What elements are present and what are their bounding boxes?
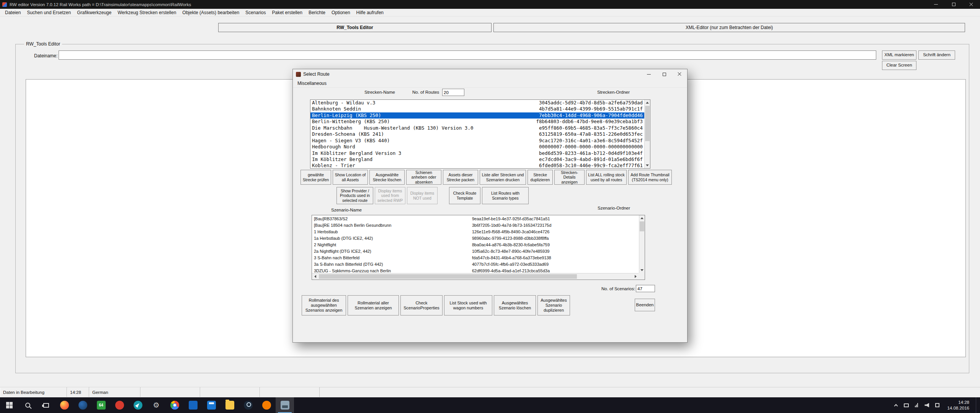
maximize-button[interactable] (945, 0, 962, 9)
route-action-button[interactable]: Display items NOT used (407, 187, 438, 204)
Altenburg - Wildau v.3[interactable]: Altenburg - Wildau v.3 3045addc-5d92-4b7… (310, 100, 650, 106)
change-font-button[interactable]: Schrift ändern (918, 50, 955, 60)
scenario-list-hscrollbar[interactable] (312, 273, 639, 280)
scroll-up-icon[interactable] (639, 215, 645, 221)
menu-item[interactable]: Objekte (Assets) bearbeiten (179, 9, 242, 16)
menu-item[interactable]: Suchen und Ersetzen (24, 9, 74, 16)
3DZUG - Sgkkmms-Ganzzug nach Berlin[interactable]: 3DZUG - Sgkkmms-Ganzzug nach Berlin 62df… (312, 268, 639, 273)
menu-item[interactable]: Berichte (305, 9, 328, 16)
route-action-button[interactable]: Assets dieser Strecke packen (443, 170, 478, 185)
compass-browser-icon[interactable] (129, 397, 147, 413)
scroll-left-icon[interactable] (312, 273, 318, 280)
scroll-thumb[interactable] (319, 274, 577, 279)
menu-item[interactable]: Dateien (2, 9, 24, 16)
route-action-button[interactable]: Liste aller Strecken und Szenarien druck… (480, 170, 526, 185)
scroll-right-icon[interactable] (632, 273, 639, 280)
filename-input[interactable] (59, 50, 876, 60)
route-list-scrollbar[interactable] (644, 100, 650, 168)
scenario-action-button[interactable]: Ausgewähltes Szenario löschen (494, 295, 536, 315)
menu-item[interactable]: Optionen (328, 9, 353, 16)
blue-app-icon[interactable] (184, 397, 202, 413)
route-action-button[interactable]: Display items used from selected RWP (375, 187, 405, 204)
scenario-list-vscrollbar[interactable] (639, 215, 645, 273)
beenden-button[interactable]: Beenden (635, 299, 655, 311)
no-of-scenarios-input[interactable] (636, 285, 655, 292)
edge-browser-icon[interactable] (74, 397, 92, 413)
menu-item[interactable]: Scenarios (242, 9, 269, 16)
route-action-button[interactable]: Show Provider / Products used in selecte… (336, 187, 373, 204)
scenario-action-button[interactable]: Rollmaterial des ausgewählten Szenarios … (302, 295, 346, 315)
minimize-button[interactable] (927, 0, 945, 9)
[Bau]RE 18504 nach Berlin Gesundbrunn[interactable]: [Bau]RE 18504 nach Berlin Gesundbrunn 3b… (312, 222, 639, 229)
dialog-maximize-button[interactable] (657, 69, 672, 79)
scroll-down-icon[interactable] (639, 267, 645, 273)
route-action-button[interactable]: Ausgewählte Strecke löschen (369, 170, 405, 185)
x64-app-icon[interactable]: 64 (92, 397, 110, 413)
menu-item[interactable]: Paket erstellen (269, 9, 305, 16)
chrome-icon[interactable] (165, 397, 184, 413)
clear-screen-button[interactable]: Clear Screen (882, 61, 916, 70)
3 S-Bahn nach Bitterfeld[interactable]: 3 S-Bahn nach Bitterfeld fda547cb-8431-4… (312, 255, 639, 261)
menu-item[interactable]: Grafikwerkzeuge (74, 9, 114, 16)
menu-item[interactable]: Werkzeug Strecken erstellen (114, 9, 179, 16)
close-button[interactable] (962, 0, 980, 9)
Koblenz - Trier[interactable]: Koblenz - Trier 6fded058-3c10-446e-99c9-… (310, 163, 650, 169)
scenario-action-button[interactable]: Ausgewähltes Szenario duplizieren (537, 295, 570, 315)
route-action-button[interactable]: Add Route Thumbnail (TS2014 menu only) (628, 170, 672, 185)
railworks-train-icon[interactable] (276, 397, 294, 413)
route-action-button[interactable]: Schienen anheben oder absenken (406, 170, 441, 185)
scenario-list[interactable]: [Bau]RB37863/S2 9eaa19ef-be19-4e37-925f-… (312, 215, 645, 280)
dialog-titlebar[interactable]: Select Route (293, 69, 687, 79)
2a Nightflight (DTG ICE2, 442)[interactable]: 2a Nightflight (DTG ICE2, 442) 10f5a62c-… (312, 248, 639, 255)
Die Marschbahn Husum-Westerland (KBS 130) Version 3.0[interactable]: Die Marschbahn Husum-Westerland (KBS 130… (310, 125, 650, 131)
Hagen - Siegen V3 (KBS 440)[interactable]: Hagen - Siegen V3 (KBS 440) 9cac1720-316… (310, 138, 650, 144)
scenario-action-button[interactable]: List Stock used with wagon numbers (444, 295, 492, 315)
route-action-button[interactable]: Show Location of all Assets (333, 170, 368, 185)
tray-chevron-up-icon[interactable] (892, 401, 899, 410)
scroll-up-icon[interactable] (645, 100, 650, 106)
Berlin-Leipzig (KBS 250)[interactable]: Berlin-Leipzig (KBS 250) 7ebb30c4-14dd-4… (310, 112, 650, 119)
2 Nightflight[interactable]: 2 Nightflight 8ba0ac44-a876-4b3b-8230-fc… (312, 242, 639, 248)
[Bau]RB37863/S2[interactable]: [Bau]RB37863/S2 9eaa19ef-be19-4e37-925f-… (312, 216, 639, 222)
taskbar-search-button[interactable] (18, 397, 37, 413)
route-action-button[interactable]: List ALL rolling stock used by all route… (586, 170, 627, 185)
tab[interactable]: XML-Editor (nur zum Betrachten der Datei… (493, 23, 965, 32)
route-action-button[interactable]: Check Route Template (449, 187, 480, 204)
dialog-minimize-button[interactable] (641, 69, 657, 79)
tray-volume-icon[interactable] (923, 401, 930, 410)
settings-gear-icon[interactable]: ⚙ (147, 397, 165, 413)
3a S-Bahn nach Bitterfeld (DTG 442)[interactable]: 3a S-Bahn nach Bitterfeld (DTG 442) 4077… (312, 261, 639, 268)
scroll-thumb[interactable] (645, 106, 650, 141)
route-action-button[interactable]: Strecke duplizieren (528, 170, 553, 185)
tray-network-icon[interactable] (913, 401, 920, 410)
show-desktop-button[interactable] (976, 397, 978, 413)
blender-icon[interactable] (257, 397, 276, 413)
no-of-routes-input[interactable] (442, 89, 464, 96)
scenario-action-button[interactable]: Check ScenarioProperties (400, 295, 443, 315)
route-list[interactable]: Altenburg - Wildau v.3 3045addc-5d92-4b7… (310, 99, 650, 169)
Berlin-Wittenberg (KBS 250)[interactable]: Berlin-Wittenberg (KBS 250) f8b64803-ddb… (310, 119, 650, 125)
taskbar-clock[interactable]: 14:28 14.08.2016 (944, 400, 972, 411)
Bahnknoten Seddin[interactable]: Bahnknoten Seddin 4b7d5a81-44e9-4399-9b6… (310, 106, 650, 112)
steam-icon[interactable] (239, 397, 257, 413)
route-action-button[interactable]: List Routes with Scenario types (482, 187, 529, 204)
start-button[interactable] (0, 397, 18, 413)
route-action-button[interactable]: Strecken-Details anzeigen (554, 170, 585, 185)
firefox-icon[interactable] (55, 397, 74, 413)
dialog-close-button[interactable] (672, 69, 687, 79)
tray-notification-icon[interactable] (934, 401, 941, 410)
1a Herbstlaub (DTG ICE2, 442)[interactable]: 1a Herbstlaub (DTG ICE2, 442) 98960abc-9… (312, 235, 639, 242)
Dresden-Schoena (KBS 241)[interactable]: Dresden-Schoena (KBS 241) 63125819-650a-… (310, 131, 650, 137)
scroll-thumb[interactable] (640, 221, 644, 231)
Im Köblitzer Bergland Version 3[interactable]: Im Köblitzer Bergland Version 3 bed6d539… (310, 150, 650, 156)
red-app-icon[interactable] (110, 397, 129, 413)
scenario-action-button[interactable]: Rollmaterial aller Szenarien anzeigen (348, 295, 399, 315)
file-explorer-icon[interactable] (220, 397, 239, 413)
calculator-icon[interactable] (202, 397, 220, 413)
task-view-button[interactable] (37, 397, 55, 413)
tab[interactable]: RW_Tools Editor (218, 23, 492, 32)
miscellaneous-menu[interactable]: Miscellaneous (293, 81, 331, 86)
route-action-button[interactable]: gewählte Strecke prüfen (301, 170, 331, 185)
xml-mark-button[interactable]: XML markieren (882, 50, 916, 60)
Im Köblitzer Bergland[interactable]: Im Köblitzer Bergland ec7dcd04-3ac9-4abd… (310, 156, 650, 163)
